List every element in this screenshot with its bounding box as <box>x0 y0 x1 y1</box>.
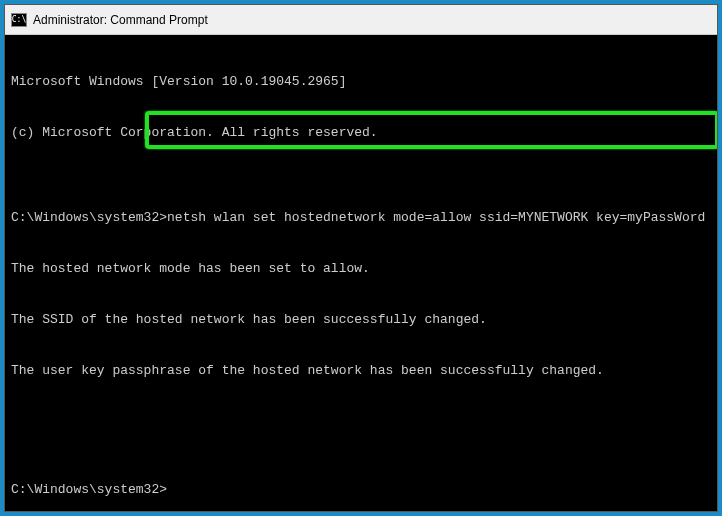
output-line: (c) Microsoft Corporation. All rights re… <box>11 124 711 141</box>
cmd-icon-text: C:\ <box>12 15 26 24</box>
terminal-area[interactable]: Microsoft Windows [Version 10.0.19045.29… <box>5 35 717 511</box>
command-prompt-window: C:\ Administrator: Command Prompt Micros… <box>4 4 718 512</box>
output-line: The hosted network mode has been set to … <box>11 260 711 277</box>
output-line: The user key passphrase of the hosted ne… <box>11 362 711 379</box>
prompt-line: C:\Windows\system32> <box>11 481 711 498</box>
window-title: Administrator: Command Prompt <box>33 13 208 27</box>
titlebar[interactable]: C:\ Administrator: Command Prompt <box>5 5 717 35</box>
output-line: Microsoft Windows [Version 10.0.19045.29… <box>11 73 711 90</box>
command-line: C:\Windows\system32>netsh wlan set hoste… <box>11 209 711 226</box>
command-text: netsh wlan set hostednetwork mode=allow … <box>167 210 705 225</box>
cmd-icon: C:\ <box>11 13 27 27</box>
output-line: The SSID of the hosted network has been … <box>11 311 711 328</box>
prompt-prefix: C:\Windows\system32> <box>11 210 167 225</box>
